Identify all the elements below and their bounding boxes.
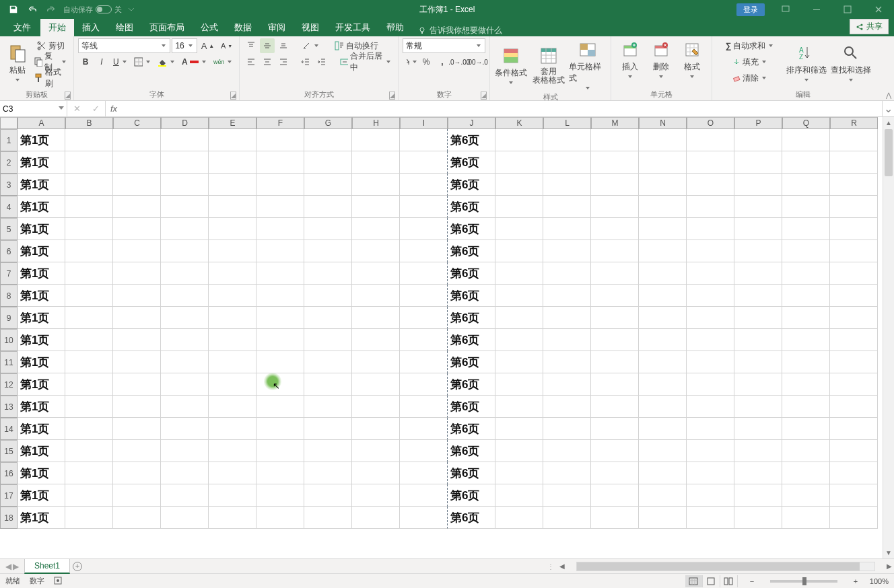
- cell[interactable]: [304, 196, 352, 218]
- insert-cells-button[interactable]: 插入: [615, 38, 645, 79]
- cell[interactable]: [304, 462, 352, 484]
- cell[interactable]: 第1页: [18, 129, 65, 151]
- minimize-icon[interactable]: [801, 0, 832, 19]
- cell[interactable]: [352, 174, 400, 196]
- cell[interactable]: [782, 196, 830, 218]
- cell[interactable]: [687, 151, 734, 174]
- cell[interactable]: [495, 240, 543, 262]
- align-bottom-icon[interactable]: [276, 38, 291, 53]
- cell[interactable]: [543, 218, 591, 240]
- cell[interactable]: [687, 129, 734, 151]
- cell[interactable]: 第6页: [448, 307, 495, 329]
- cell[interactable]: 第6页: [448, 507, 495, 529]
- accept-formula-icon[interactable]: ✓: [86, 104, 105, 114]
- cell[interactable]: [65, 262, 113, 285]
- cell[interactable]: [734, 240, 782, 262]
- cell[interactable]: [734, 507, 782, 529]
- cell[interactable]: [639, 151, 687, 174]
- cell[interactable]: [352, 240, 400, 262]
- cell[interactable]: [209, 174, 256, 196]
- cell[interactable]: [113, 507, 161, 529]
- cell[interactable]: [400, 285, 448, 307]
- close-icon[interactable]: [863, 0, 894, 19]
- cell[interactable]: [639, 196, 687, 218]
- cell[interactable]: 第1页: [18, 240, 65, 262]
- redo-icon[interactable]: [42, 0, 61, 19]
- cell[interactable]: [687, 196, 734, 218]
- cell[interactable]: [400, 440, 448, 462]
- cell[interactable]: [591, 285, 639, 307]
- cell[interactable]: [591, 440, 639, 462]
- tell-me-search[interactable]: 告诉我你想要做什么: [412, 25, 502, 36]
- cell[interactable]: [639, 129, 687, 151]
- cell[interactable]: [687, 373, 734, 396]
- cell[interactable]: [639, 462, 687, 484]
- cell[interactable]: [65, 196, 113, 218]
- cell[interactable]: [400, 396, 448, 418]
- cell[interactable]: [400, 462, 448, 484]
- cell[interactable]: [830, 240, 878, 262]
- cell[interactable]: [543, 462, 591, 484]
- hscroll-left-icon[interactable]: ◀: [557, 562, 567, 570]
- cell[interactable]: [782, 240, 830, 262]
- cell[interactable]: [113, 196, 161, 218]
- cell[interactable]: [304, 240, 352, 262]
- cell[interactable]: [830, 418, 878, 440]
- cell[interactable]: [639, 240, 687, 262]
- cell[interactable]: [591, 262, 639, 285]
- cell[interactable]: 第6页: [448, 373, 495, 396]
- cell[interactable]: 第1页: [18, 307, 65, 329]
- sheet-nav-prev-icon[interactable]: ◀: [5, 562, 11, 571]
- cell[interactable]: [304, 351, 352, 373]
- cell[interactable]: [256, 218, 304, 240]
- cell[interactable]: [161, 462, 209, 484]
- cell[interactable]: [687, 218, 734, 240]
- cell[interactable]: [161, 440, 209, 462]
- cell[interactable]: [639, 218, 687, 240]
- cell[interactable]: [113, 240, 161, 262]
- phonetic-button[interactable]: wén: [211, 54, 235, 69]
- cell[interactable]: [543, 373, 591, 396]
- column-header[interactable]: M: [591, 117, 639, 129]
- cell[interactable]: 第1页: [18, 373, 65, 396]
- cell[interactable]: [591, 329, 639, 351]
- cell[interactable]: [352, 285, 400, 307]
- cell[interactable]: [543, 285, 591, 307]
- cell[interactable]: [256, 240, 304, 262]
- cell[interactable]: [256, 262, 304, 285]
- autosave-toggle[interactable]: 自动保存 关: [63, 5, 122, 15]
- cell[interactable]: 第6页: [448, 285, 495, 307]
- cell[interactable]: [304, 484, 352, 507]
- cell[interactable]: [734, 484, 782, 507]
- cell[interactable]: [830, 484, 878, 507]
- paste-button[interactable]: 粘贴: [4, 42, 30, 83]
- find-select-button[interactable]: 查找和选择: [829, 42, 872, 83]
- cell[interactable]: [352, 462, 400, 484]
- scroll-up-icon[interactable]: ▲: [883, 117, 894, 128]
- cell[interactable]: [209, 329, 256, 351]
- cell[interactable]: [400, 329, 448, 351]
- cell[interactable]: [495, 307, 543, 329]
- cell[interactable]: [209, 351, 256, 373]
- tab-page-layout[interactable]: 页面布局: [141, 19, 193, 36]
- cell[interactable]: [161, 418, 209, 440]
- cell[interactable]: [352, 396, 400, 418]
- cell[interactable]: [591, 151, 639, 174]
- cell[interactable]: 第6页: [448, 240, 495, 262]
- zoom-slider[interactable]: [770, 580, 837, 583]
- cell[interactable]: [687, 396, 734, 418]
- cell[interactable]: [113, 440, 161, 462]
- cell[interactable]: [113, 462, 161, 484]
- cell[interactable]: [639, 174, 687, 196]
- cell[interactable]: [352, 307, 400, 329]
- cell[interactable]: [65, 507, 113, 529]
- column-header[interactable]: I: [400, 117, 448, 129]
- cell[interactable]: 第1页: [18, 196, 65, 218]
- cell[interactable]: [65, 351, 113, 373]
- ribbon-display-options-icon[interactable]: [770, 0, 801, 19]
- cell[interactable]: [352, 484, 400, 507]
- share-button[interactable]: 共享: [850, 19, 889, 34]
- cell[interactable]: [687, 329, 734, 351]
- cell[interactable]: [591, 507, 639, 529]
- cell[interactable]: [256, 196, 304, 218]
